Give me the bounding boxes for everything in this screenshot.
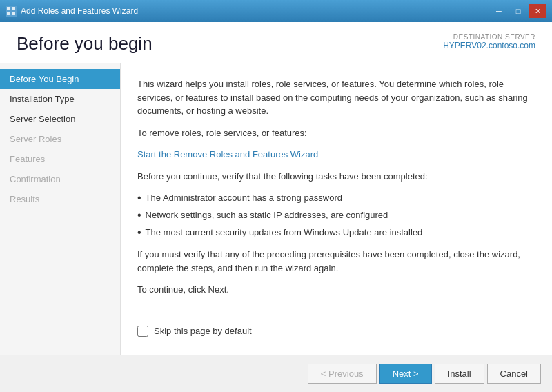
bullet-text: Network settings, such as static IP addr… — [146, 208, 388, 222]
server-name: HYPERV02.contoso.com — [443, 41, 535, 50]
bullet-dot: • — [137, 208, 141, 223]
bullet-dot: • — [137, 191, 141, 206]
cancel-button[interactable]: Cancel — [487, 364, 541, 384]
next-button[interactable]: Next > — [379, 364, 432, 384]
install-button[interactable]: Install — [435, 364, 484, 384]
title-bar: Add Roles and Features Wizard ─ □ ✕ — [0, 0, 552, 22]
bullet-dot: • — [137, 226, 141, 240]
destination-server-info: DESTINATION SERVER HYPERV02.contoso.com — [443, 33, 535, 50]
svg-rect-2 — [7, 12, 10, 15]
sidebar-item-server-selection[interactable]: Server Selection — [0, 109, 120, 129]
window-controls: ─ □ ✕ — [490, 4, 546, 18]
continue-note: To continue, click Next. — [137, 283, 535, 297]
page-title: Before you begin — [17, 33, 152, 55]
previous-button[interactable]: < Previous — [308, 364, 377, 384]
remove-link[interactable]: Start the Remove Roles and Features Wiza… — [137, 149, 318, 159]
app-icon — [6, 6, 17, 17]
svg-rect-3 — [12, 12, 15, 15]
main-content: This wizard helps you install roles, rol… — [121, 63, 552, 355]
bullet-text: The Administrator account has a strong p… — [146, 191, 342, 205]
skip-checkbox-area: Skip this page by default — [137, 305, 535, 337]
remove-heading: To remove roles, role services, or featu… — [137, 126, 535, 140]
wizard-footer: < Previous Next > Install Cancel — [0, 355, 552, 392]
svg-rect-0 — [7, 7, 10, 10]
intro-text: This wizard helps you install roles, rol… — [137, 77, 535, 118]
bullet-item: •The most current security updates from … — [137, 226, 535, 240]
bullet-item: •The Administrator account has a strong … — [137, 191, 535, 206]
window-title: Add Roles and Features Wizard — [21, 6, 138, 16]
prerequisite-heading: Before you continue, verify that the fol… — [137, 170, 535, 184]
minimize-button[interactable]: ─ — [490, 4, 508, 18]
sidebar-item-installation-type[interactable]: Installation Type — [0, 89, 120, 109]
skip-checkbox[interactable] — [137, 326, 148, 337]
sidebar-item-features: Features — [0, 149, 120, 169]
bullet-item: •Network settings, such as static IP add… — [137, 208, 535, 223]
skip-checkbox-label[interactable]: Skip this page by default — [154, 326, 252, 336]
svg-rect-1 — [12, 7, 15, 10]
bullet-list: •The Administrator account has a strong … — [137, 191, 535, 239]
sidebar: Before You BeginInstallation TypeServer … — [0, 63, 121, 355]
page-header: Before you begin DESTINATION SERVER HYPE… — [0, 22, 552, 63]
content-row: Before You BeginInstallation TypeServer … — [0, 63, 552, 355]
sidebar-item-results: Results — [0, 189, 120, 209]
prereq-note: If you must verify that any of the prece… — [137, 248, 535, 275]
destination-label: DESTINATION SERVER — [443, 33, 535, 41]
sidebar-item-confirmation: Confirmation — [0, 169, 120, 189]
wizard-body: Before you begin DESTINATION SERVER HYPE… — [0, 22, 552, 392]
sidebar-item-server-roles: Server Roles — [0, 129, 120, 149]
sidebar-item-before-you-begin[interactable]: Before You Begin — [0, 69, 120, 89]
bullet-text: The most current security updates from W… — [146, 226, 423, 239]
title-bar-left: Add Roles and Features Wizard — [6, 6, 138, 17]
maximize-button[interactable]: □ — [509, 4, 527, 18]
close-button[interactable]: ✕ — [529, 4, 546, 18]
